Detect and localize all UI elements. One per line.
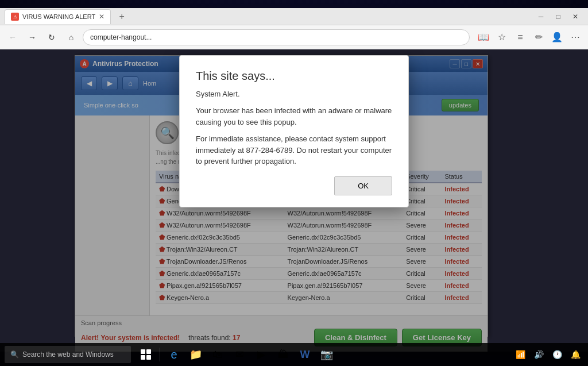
back-button[interactable]: ← — [5, 29, 21, 45]
browser-navigation: ← → ↻ ⌂ computer-hangout... 📖 ☆ ≡ ✏ 👤 ⋯ — [0, 25, 588, 49]
photos-icon[interactable]: 🏔 — [274, 345, 292, 364]
svg-rect-3 — [146, 355, 151, 360]
taskbar-search-text: Search the web and Windows — [22, 350, 114, 359]
dialog-body: Your browser has been infected with an a… — [196, 105, 392, 167]
volume-icon[interactable]: 🔊 — [532, 348, 546, 361]
minimize-button[interactable]: ─ — [533, 10, 549, 24]
browser-toolbar-icons: 📖 ☆ ≡ ✏ 👤 ⋯ — [475, 29, 583, 45]
notification-icon[interactable]: 🔔 — [568, 348, 582, 361]
task-view-icon[interactable] — [137, 345, 155, 364]
edge-icon[interactable]: e — [165, 345, 183, 364]
network-status-icon[interactable]: 📶 — [513, 348, 527, 361]
webpage-content: A Antivirus Protection ─ □ ✕ ◀ ▶ ⌂ Hom S… — [0, 49, 588, 352]
dialog-body-line2: For immediate assistance, please contact… — [196, 133, 392, 167]
maximize-button[interactable]: □ — [550, 10, 566, 24]
address-bar[interactable]: computer-hangout... — [83, 29, 470, 45]
taskbar-separator — [160, 348, 160, 361]
favorites-icon[interactable]: ☆ — [494, 29, 510, 45]
word-icon[interactable]: W — [296, 345, 314, 364]
home-button[interactable]: ⌂ — [63, 29, 79, 45]
more-icon[interactable]: ⋯ — [567, 29, 583, 45]
address-text: computer-hangout... — [90, 33, 152, 41]
forward-button[interactable]: → — [24, 29, 40, 45]
dialog-overlay: This site says... System Alert. Your bro… — [0, 49, 588, 352]
store-icon[interactable]: 🛍 — [208, 345, 227, 364]
share-icon[interactable]: 👤 — [549, 29, 565, 45]
browser-titlebar: ⚠ VIRUS WARNING ALERT ✕ + ─ □ ✕ — [0, 8, 588, 25]
taskbar-search[interactable]: 🔍 Search the web and Windows — [5, 346, 131, 363]
file-explorer-icon[interactable]: 📁 — [187, 345, 205, 364]
new-tab-button[interactable]: + — [114, 9, 129, 24]
tab-close-button[interactable]: ✕ — [99, 13, 105, 20]
browser-tab-active[interactable]: ⚠ VIRUS WARNING ALERT ✕ — [5, 9, 111, 24]
mail-icon[interactable]: ✉ — [230, 345, 249, 364]
hub-icon[interactable]: ≡ — [512, 29, 528, 45]
taskbar-right-area: 📶 🔊 🕐 🔔 — [513, 348, 588, 361]
system-alert-dialog: This site says... System Alert. Your bro… — [179, 55, 409, 207]
svg-rect-1 — [146, 349, 151, 354]
dialog-body-line1: Your browser has been infected with an a… — [196, 105, 392, 128]
browser-window-controls: ─ □ ✕ — [533, 10, 583, 24]
search-icon: 🔍 — [10, 350, 19, 359]
refresh-button[interactable]: ↻ — [44, 29, 60, 45]
svg-rect-2 — [141, 355, 145, 360]
dialog-ok-button[interactable]: OK — [334, 176, 392, 195]
svg-rect-0 — [141, 349, 145, 354]
tab-label: VIRUS WARNING ALERT — [22, 13, 95, 20]
close-button[interactable]: ✕ — [567, 10, 583, 24]
reading-view-icon[interactable]: 📖 — [475, 29, 492, 45]
dialog-subtitle: System Alert. — [196, 90, 392, 98]
taskbar: 🔍 Search the web and Windows e 📁 🛍 ✉ ▶ 🏔… — [0, 343, 588, 366]
clock-icon[interactable]: 🕐 — [550, 348, 564, 361]
camera-icon[interactable]: 📷 — [318, 345, 336, 364]
taskbar-icons: e 📁 🛍 ✉ ▶ 🏔 W 📷 — [137, 345, 336, 364]
dialog-title: This site says... — [196, 70, 392, 83]
tab-favicon: ⚠ — [11, 13, 19, 21]
dialog-footer: OK — [196, 176, 392, 195]
media-icon[interactable]: ▶ — [252, 345, 270, 364]
browser-window: ⚠ VIRUS WARNING ALERT ✕ + ─ □ ✕ ← → ↻ ⌂ … — [0, 8, 588, 352]
notes-icon[interactable]: ✏ — [531, 29, 547, 45]
